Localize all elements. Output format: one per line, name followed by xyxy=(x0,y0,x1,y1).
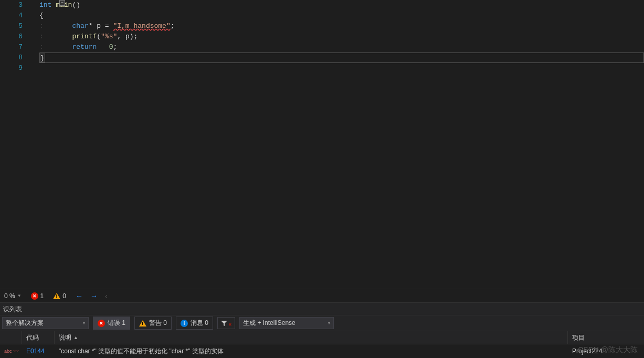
col-project[interactable]: 项目 xyxy=(568,331,644,344)
zoom-value: 0 % xyxy=(4,292,15,300)
error-code[interactable]: E0144 xyxy=(26,348,45,355)
line-number: 5 xyxy=(0,21,23,31)
line-number: 6 xyxy=(0,31,23,42)
error-grid-header: 代码 说明 ▲ 项目 xyxy=(0,331,644,344)
warnings-label: 警告 0 xyxy=(149,319,167,328)
error-description: "const char *" 类型的值不能用于初始化 "char *" 类型的实… xyxy=(59,348,224,355)
squiggle-icon: 〰 xyxy=(13,348,19,354)
source-label: 生成 + IntelliSense xyxy=(243,319,295,328)
error-count[interactable]: ✕ 1 xyxy=(31,292,44,300)
col-icon[interactable] xyxy=(0,331,22,344)
col-code[interactable]: 代码 xyxy=(22,331,55,344)
warning-count[interactable]: 0 xyxy=(53,292,66,300)
line-number: 7 xyxy=(0,42,23,52)
nav-caret-icon: ‹ xyxy=(105,292,108,300)
warnings-filter-button[interactable]: 警告 0 xyxy=(134,317,172,330)
zoom-level[interactable]: 0 % ▼ xyxy=(4,292,22,300)
source-combo[interactable]: 生成 + IntelliSense ▾ xyxy=(239,317,334,329)
errors-label: 错误 1 xyxy=(108,319,125,328)
code-line[interactable]: : return 0; xyxy=(39,42,644,52)
nav-forward-icon[interactable]: → xyxy=(90,292,98,300)
filter-clear-icon: ✕ xyxy=(228,322,232,327)
error-icon: ✕ xyxy=(98,320,105,327)
line-number: 3 xyxy=(0,0,23,10)
line-number: 8 xyxy=(0,52,23,63)
filter-icon xyxy=(220,320,228,327)
status-bar: 0 % ▼ ✕ 1 0 ← → ‹ xyxy=(0,289,644,302)
errors-filter-button[interactable]: ✕ 错误 1 xyxy=(93,317,130,330)
col-desc[interactable]: 说明 ▲ xyxy=(55,331,568,344)
code-line[interactable]: : char* p = "I,m handsome"; xyxy=(39,21,644,31)
code-line[interactable] xyxy=(39,63,644,73)
error-list-toolbar: 整个解决方案 ▾ ✕ 错误 1 警告 0 i 消息 0 ✕ 生成 + Intel… xyxy=(0,315,644,331)
warning-icon xyxy=(53,293,60,299)
line-gutter: 3 4 5 6 7 8 9 xyxy=(0,0,29,289)
error-list-title: 误列表 xyxy=(0,302,644,315)
watermark: CSDN @陈大大陈 xyxy=(578,345,638,355)
code-area[interactable]: − int main() { : char* p = "I,m handsome… xyxy=(29,0,644,289)
info-icon: i xyxy=(181,320,188,327)
messages-filter-button[interactable]: i 消息 0 xyxy=(176,317,213,330)
error-icon: ✕ xyxy=(31,292,38,300)
line-number: 9 xyxy=(0,63,23,73)
code-line[interactable]: : printf("%s", p); xyxy=(39,31,644,42)
chevron-down-icon: ▾ xyxy=(83,321,85,325)
code-line[interactable]: } xyxy=(39,52,644,63)
line-number: 4 xyxy=(0,10,23,21)
error-grid-row[interactable]: abc 〰 E0144 "const char *" 类型的值不能用于初始化 "… xyxy=(0,344,644,358)
code-editor[interactable]: 3 4 5 6 7 8 9 − int main() { : char* p =… xyxy=(0,0,644,289)
scope-combo[interactable]: 整个解决方案 ▾ xyxy=(2,317,89,329)
nav-back-icon[interactable]: ← xyxy=(76,292,83,300)
chevron-down-icon: ▾ xyxy=(328,321,330,325)
intellisense-icon: abc xyxy=(4,349,12,354)
scope-label: 整个解决方案 xyxy=(6,319,44,328)
code-line[interactable]: { xyxy=(39,10,644,21)
fold-toggle[interactable]: − xyxy=(59,0,65,6)
chevron-down-icon: ▼ xyxy=(17,293,22,298)
sort-asc-icon: ▲ xyxy=(73,335,78,340)
filter-button[interactable]: ✕ xyxy=(217,317,235,329)
messages-label: 消息 0 xyxy=(191,319,208,328)
code-line[interactable]: int main() xyxy=(39,0,644,10)
warning-icon xyxy=(139,320,146,327)
nav-arrows: ← → ‹ xyxy=(76,292,108,300)
